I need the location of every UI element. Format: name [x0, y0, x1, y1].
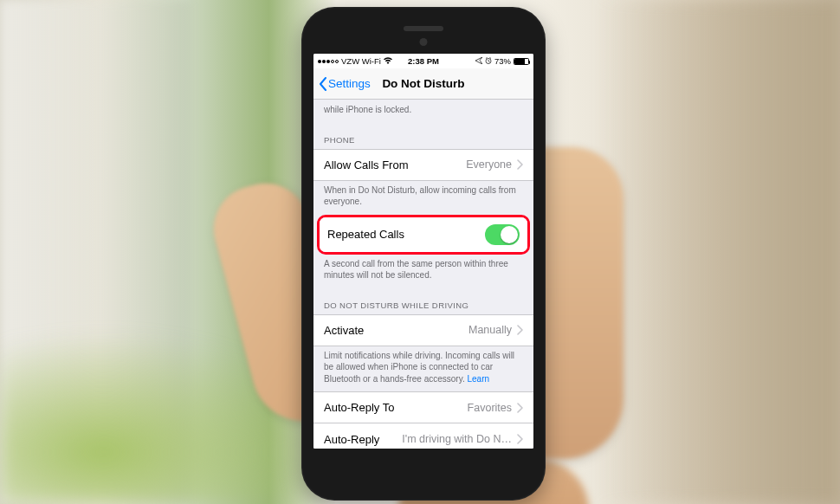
learn-link[interactable]: Learn — [467, 374, 489, 384]
repeated-calls-highlight: Repeated Calls — [317, 215, 530, 255]
battery-percent-label: 73% — [494, 56, 511, 66]
chevron-right-icon — [517, 159, 523, 170]
chevron-right-icon — [517, 434, 523, 444]
allow-calls-from-label: Allow Calls From — [324, 158, 466, 171]
section-header-phone: Phone — [313, 123, 533, 149]
nav-bar: Settings Do Not Disturb — [313, 68, 533, 100]
navigation-icon — [475, 56, 482, 66]
auto-reply-to-row[interactable]: Auto-Reply To Favorites — [313, 391, 533, 423]
background-right — [598, 0, 840, 504]
page-title: Do Not Disturb — [382, 77, 464, 90]
settings-list[interactable]: while iPhone is locked. Phone Allow Call… — [313, 100, 533, 449]
top-note-remnant: while iPhone is locked. — [313, 100, 533, 123]
auto-reply-to-label: Auto-Reply To — [324, 401, 468, 414]
auto-reply-to-value: Favorites — [468, 402, 512, 414]
auto-reply-value: I'm driving with Do N… — [402, 433, 512, 445]
signal-strength-icon — [318, 60, 339, 63]
allow-calls-note: When in Do Not Disturb, allow incoming c… — [313, 181, 533, 215]
clock: 2:38 PM — [408, 56, 439, 66]
activate-value: Manually — [468, 324, 512, 336]
repeated-calls-toggle[interactable] — [485, 224, 520, 245]
activate-label: Activate — [324, 324, 468, 337]
chevron-right-icon — [517, 403, 523, 413]
activate-note: Limit notifications while driving. Incom… — [313, 346, 533, 392]
auto-reply-label: Auto-Reply — [324, 433, 402, 446]
wifi-icon — [384, 56, 392, 66]
back-button[interactable]: Settings — [319, 77, 371, 91]
screen: VZW Wi-Fi 2:38 PM 73% — [313, 54, 533, 449]
iphone-frame: VZW Wi-Fi 2:38 PM 73% — [301, 7, 546, 501]
chevron-right-icon — [517, 325, 523, 335]
repeated-calls-label: Repeated Calls — [327, 228, 485, 241]
back-label: Settings — [328, 77, 371, 90]
auto-reply-row[interactable]: Auto-Reply I'm driving with Do N… — [313, 423, 533, 449]
section-header-driving: Do Not Disturb While Driving — [313, 288, 533, 314]
repeated-calls-row[interactable]: Repeated Calls — [320, 217, 527, 252]
status-bar: VZW Wi-Fi 2:38 PM 73% — [313, 54, 533, 68]
battery-icon — [514, 58, 529, 65]
alarm-icon — [485, 56, 492, 66]
carrier-label: VZW Wi-Fi — [341, 56, 381, 66]
background-green — [0, 331, 346, 504]
allow-calls-from-row[interactable]: Allow Calls From Everyone — [313, 149, 533, 181]
allow-calls-from-value: Everyone — [466, 158, 512, 171]
activate-row[interactable]: Activate Manually — [313, 314, 533, 346]
repeated-calls-note: A second call from the same person withi… — [313, 255, 533, 288]
